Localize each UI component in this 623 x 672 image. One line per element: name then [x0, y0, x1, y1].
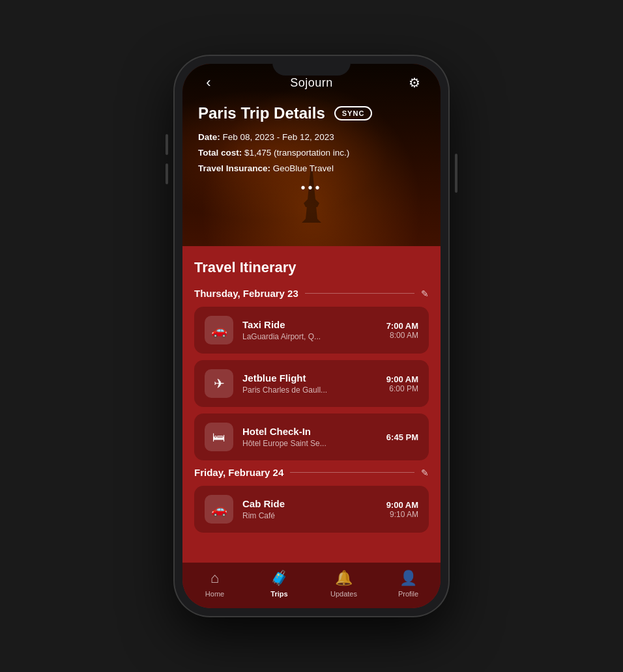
settings-icon[interactable]: ⚙: [404, 75, 425, 91]
phone-screen: ‹ Sojourn ⚙ Paris Trip Details SYNC Date…: [182, 64, 441, 608]
date-label: Date:: [198, 132, 220, 142]
jetblue-flight-location: Paris Charles de Gaull...: [242, 385, 377, 395]
jetblue-flight-end: 6:00 PM: [386, 384, 418, 393]
hero-section: ‹ Sojourn ⚙ Paris Trip Details SYNC Date…: [182, 64, 441, 246]
day-divider-1: [290, 472, 414, 473]
trip-title-row: Paris Trip Details SYNC: [198, 104, 425, 122]
day-label-0: Thursday, February 23: [194, 288, 298, 299]
hotel-checkin-location: Hôtel Europe Saint Se...: [242, 439, 377, 448]
app-title: Sojourn: [290, 76, 333, 90]
event-card-jetblue-flight[interactable]: ✈ Jetblue Flight Paris Charles de Gaull.…: [194, 360, 429, 407]
back-button[interactable]: ‹: [198, 74, 219, 91]
volume-button-top: [166, 134, 168, 155]
cab-ride-location: Rim Café: [242, 511, 377, 520]
edit-day-0-icon[interactable]: ✎: [421, 288, 429, 299]
taxi-ride-end: 8:00 AM: [386, 331, 418, 340]
taxi-ride-name: Taxi Ride: [242, 319, 377, 330]
taxi-ride-times: 7:00 AM 8:00 AM: [386, 321, 418, 340]
day-divider-0: [305, 293, 414, 294]
trips-label: Trips: [270, 590, 287, 598]
itinerary-section: Travel Itinerary Thursday, February 23 ✎…: [182, 246, 441, 563]
trip-title: Paris Trip Details: [198, 104, 325, 122]
day-header-0: Thursday, February 23 ✎: [194, 288, 429, 299]
jetblue-flight-name: Jetblue Flight: [242, 372, 377, 384]
hotel-checkin-info: Hotel Check-In Hôtel Europe Saint Se...: [242, 426, 377, 448]
jetblue-flight-info: Jetblue Flight Paris Charles de Gaull...: [242, 372, 377, 395]
trip-insurance-row: Travel Insurance: GeoBlue Travel: [198, 163, 425, 175]
trip-date-row: Date: Feb 08, 2023 - Feb 12, 2023: [198, 132, 425, 144]
day-header-1: Friday, February 24 ✎: [194, 467, 429, 478]
home-label: Home: [205, 590, 224, 598]
trips-icon: 🧳: [270, 569, 289, 587]
cab-ride-start: 9:00 AM: [386, 500, 418, 510]
jetblue-flight-start: 9:00 AM: [386, 374, 418, 384]
jetblue-flight-times: 9:00 AM 6:00 PM: [386, 374, 418, 393]
trip-metadata: Date: Feb 08, 2023 - Feb 12, 2023 Total …: [198, 132, 425, 175]
updates-icon: 🔔: [335, 569, 353, 587]
hotel-checkin-name: Hotel Check-In: [242, 426, 377, 437]
phone-frame: ‹ Sojourn ⚙ Paris Trip Details SYNC Date…: [175, 56, 448, 616]
updates-label: Updates: [330, 590, 357, 598]
taxi-ride-icon: 🚗: [205, 316, 233, 344]
volume-button-bottom: [166, 163, 168, 184]
cab-ride-icon: 🚗: [205, 495, 233, 524]
cab-ride-times: 9:00 AM 9:10 AM: [386, 500, 418, 519]
nav-item-trips[interactable]: 🧳 Trips: [257, 569, 302, 598]
hotel-checkin-start: 6:45 PM: [386, 432, 418, 442]
itinerary-title: Travel Itinerary: [194, 259, 429, 276]
profile-label: Profile: [398, 590, 418, 598]
trip-cost-row: Total cost: $1,475 (transportation inc.): [198, 147, 425, 160]
taxi-ride-info: Taxi Ride LaGuardia Airport, Q...: [242, 319, 377, 341]
nav-item-updates[interactable]: 🔔 Updates: [321, 569, 367, 598]
sync-badge[interactable]: SYNC: [334, 106, 373, 120]
more-dots[interactable]: •••: [198, 180, 425, 195]
cost-label: Total cost:: [198, 148, 242, 158]
event-card-hotel-checkin[interactable]: 🛏 Hotel Check-In Hôtel Europe Saint Se..…: [194, 413, 429, 460]
nav-item-home[interactable]: ⌂ Home: [192, 569, 238, 598]
cab-ride-info: Cab Ride Rim Café: [242, 498, 377, 520]
home-icon: ⌂: [206, 569, 224, 587]
bottom-navigation: ⌂ Home 🧳 Trips 🔔 Updates 👤 Profile: [182, 563, 441, 608]
power-button: [455, 154, 457, 193]
cab-ride-name: Cab Ride: [242, 498, 377, 509]
profile-icon: 👤: [399, 569, 418, 587]
jetblue-flight-icon: ✈: [205, 369, 233, 398]
taxi-ride-start: 7:00 AM: [386, 321, 418, 331]
edit-day-1-icon[interactable]: ✎: [421, 468, 429, 478]
event-card-taxi-ride[interactable]: 🚗 Taxi Ride LaGuardia Airport, Q... 7:00…: [194, 307, 429, 354]
notch: [272, 56, 351, 76]
insurance-label: Travel Insurance:: [198, 163, 270, 173]
hotel-checkin-icon: 🛏: [205, 423, 233, 451]
trip-info: Paris Trip Details SYNC Date: Feb 08, 20…: [182, 96, 441, 208]
cab-ride-end: 9:10 AM: [386, 510, 418, 519]
day-label-1: Friday, February 24: [194, 467, 283, 478]
taxi-ride-location: LaGuardia Airport, Q...: [242, 332, 377, 341]
event-card-cab-ride[interactable]: 🚗 Cab Ride Rim Café 9:00 AM 9:10 AM: [194, 486, 429, 533]
hotel-checkin-times: 6:45 PM: [386, 432, 418, 442]
nav-item-profile[interactable]: 👤 Profile: [386, 569, 431, 598]
